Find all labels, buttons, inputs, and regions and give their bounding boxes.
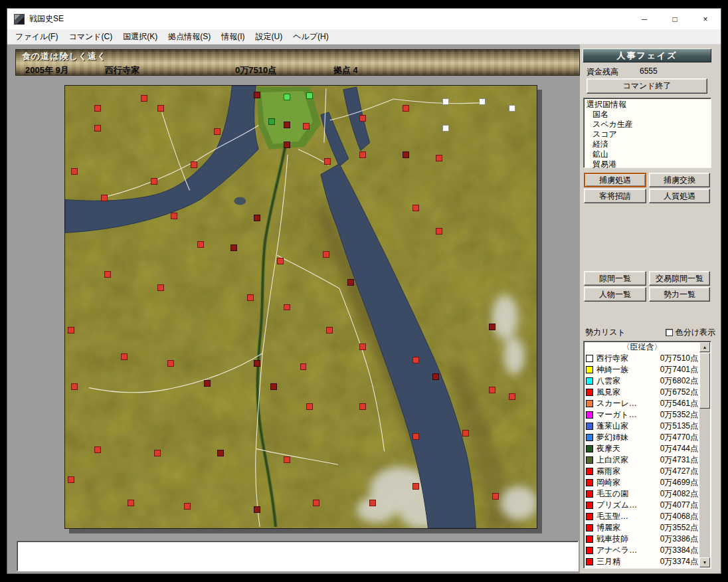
- map-base-marker[interactable]: [436, 228, 442, 234]
- map-base-marker[interactable]: [95, 446, 101, 452]
- map-base-marker[interactable]: [360, 152, 366, 158]
- map-base-marker[interactable]: [413, 483, 419, 489]
- menu-help[interactable]: ヘルプ(H): [288, 29, 334, 45]
- power-list-scrollbar[interactable]: ▲ ▼: [699, 342, 710, 567]
- menu-info[interactable]: 情報(I): [216, 29, 250, 45]
- menu-country-select[interactable]: 国選択(K): [118, 29, 163, 45]
- map-base-marker[interactable]: [72, 384, 78, 390]
- map-base-marker[interactable]: [403, 152, 409, 158]
- map-base-marker[interactable]: [479, 99, 485, 105]
- map-base-marker[interactable]: [442, 126, 448, 132]
- map-base-marker[interactable]: [304, 124, 310, 130]
- map-base-marker[interactable]: [95, 126, 101, 132]
- map-base-marker[interactable]: [348, 279, 354, 285]
- map-base-marker[interactable]: [141, 96, 147, 102]
- map-base-marker[interactable]: [307, 93, 313, 99]
- faction-row[interactable]: 博麗家0万3552点: [584, 522, 711, 534]
- person-list-button[interactable]: 人物一覧: [584, 287, 646, 302]
- minimize-button[interactable]: ─: [629, 9, 660, 29]
- map-base-marker[interactable]: [151, 179, 157, 185]
- map-base-marker[interactable]: [214, 129, 220, 135]
- map-base-marker[interactable]: [168, 361, 174, 367]
- end-command-button[interactable]: コマンド終了: [587, 78, 707, 94]
- map-base-marker[interactable]: [360, 344, 366, 350]
- faction-row[interactable]: スカーレ…0万5461点: [584, 398, 711, 409]
- prisoner-exchange-button[interactable]: 捕虜交換: [649, 173, 710, 187]
- map-base-marker[interactable]: [413, 205, 419, 211]
- trade-gap-list-button[interactable]: 交易隙間一覧: [649, 271, 710, 286]
- map-base-marker[interactable]: [323, 251, 329, 257]
- map-base-marker[interactable]: [191, 162, 197, 168]
- map-base-marker[interactable]: [284, 456, 290, 462]
- faction-row[interactable]: 三月精0万3374点: [584, 556, 711, 567]
- map-base-marker[interactable]: [307, 404, 313, 410]
- guest-general-invite-button[interactable]: 客将招請: [584, 189, 646, 203]
- selected-country-info[interactable]: 選択国情報 国名 スペカ生産 スコア 経済 鉱山 貿易港: [583, 98, 711, 168]
- map-base-marker[interactable]: [122, 354, 128, 360]
- map-base-marker[interactable]: [284, 122, 290, 128]
- map-base-marker[interactable]: [68, 476, 74, 482]
- map-base-marker[interactable]: [217, 450, 223, 456]
- title-bar[interactable]: 戦国史SE ─ □ ×: [7, 9, 721, 29]
- menu-file[interactable]: ファイル(F): [10, 29, 63, 45]
- map-base-marker[interactable]: [68, 328, 74, 334]
- faction-row[interactable]: 蓬莱山家0万5135点: [584, 421, 711, 432]
- map-base-marker[interactable]: [247, 294, 253, 300]
- map-base-marker[interactable]: [171, 213, 177, 219]
- menu-base-info[interactable]: 拠点情報(S): [163, 29, 216, 45]
- map-base-marker[interactable]: [254, 506, 260, 512]
- map-base-marker[interactable]: [184, 503, 190, 509]
- map-base-marker[interactable]: [370, 500, 376, 506]
- strategy-map[interactable]: [64, 85, 537, 529]
- map-base-marker[interactable]: [314, 500, 319, 506]
- map-base-marker[interactable]: [197, 241, 203, 247]
- menu-settings[interactable]: 設定(U): [250, 29, 288, 45]
- faction-row[interactable]: 風見家0万6752点: [584, 387, 711, 398]
- map-base-marker[interactable]: [95, 106, 101, 112]
- map-base-marker[interactable]: [284, 142, 290, 148]
- map-base-marker[interactable]: [489, 387, 495, 393]
- menu-command[interactable]: コマンド(C): [63, 29, 118, 45]
- map-base-marker[interactable]: [158, 284, 164, 290]
- map-base-marker[interactable]: [413, 357, 419, 363]
- map-base-marker[interactable]: [325, 159, 331, 165]
- map-base-marker[interactable]: [462, 430, 468, 436]
- power-list-button[interactable]: 勢力一覧: [649, 287, 710, 302]
- map-base-marker[interactable]: [158, 106, 164, 112]
- map-base-marker[interactable]: [155, 450, 161, 456]
- maximize-button[interactable]: □: [660, 9, 690, 29]
- faction-row[interactable]: アナベラ…0万3384点: [584, 545, 711, 556]
- map-base-marker[interactable]: [230, 244, 236, 250]
- map-base-marker[interactable]: [489, 324, 495, 330]
- close-button[interactable]: ×: [690, 9, 721, 29]
- scroll-up-icon[interactable]: ▲: [699, 342, 710, 352]
- faction-row[interactable]: 八雲家0万6802点: [584, 375, 711, 387]
- faction-row[interactable]: マーガト…0万5352点: [584, 409, 711, 421]
- map-base-marker[interactable]: [509, 106, 515, 112]
- map-base-marker[interactable]: [360, 116, 366, 122]
- map-base-marker[interactable]: [442, 99, 448, 105]
- map-base-marker[interactable]: [284, 304, 290, 310]
- faction-row[interactable]: 戦車技師0万3386点: [584, 534, 711, 545]
- faction-row[interactable]: 上白沢家0万4731点: [584, 454, 711, 466]
- map-base-marker[interactable]: [327, 328, 333, 334]
- faction-row[interactable]: 毛玉聖…0万4068点: [584, 511, 711, 522]
- map-base-marker[interactable]: [436, 155, 442, 161]
- map-base-marker[interactable]: [254, 92, 260, 98]
- map-base-marker[interactable]: [284, 94, 290, 100]
- map-base-marker[interactable]: [403, 106, 409, 112]
- map-base-marker[interactable]: [105, 271, 111, 277]
- faction-row[interactable]: 岡崎家0万4699点: [584, 477, 711, 488]
- power-list[interactable]: 〈臣従含〉 西行寺家0万7510点神綺一族0万7401点八雲家0万6802点風見…: [583, 341, 711, 569]
- color-display-checkbox[interactable]: [666, 329, 673, 336]
- scroll-down-icon[interactable]: ▼: [699, 557, 710, 567]
- prisoner-treatment-button[interactable]: 捕虜処遇: [584, 173, 646, 187]
- map-base-marker[interactable]: [300, 364, 306, 370]
- faction-row[interactable]: 西行寺家0万7510点: [584, 353, 711, 364]
- map-base-marker[interactable]: [492, 493, 498, 499]
- hostage-treatment-button[interactable]: 人質処遇: [649, 189, 710, 203]
- map-base-marker[interactable]: [432, 374, 438, 380]
- map-base-marker[interactable]: [270, 384, 276, 390]
- faction-row[interactable]: 霧雨家0万4727点: [584, 466, 711, 477]
- map-base-marker[interactable]: [360, 404, 366, 410]
